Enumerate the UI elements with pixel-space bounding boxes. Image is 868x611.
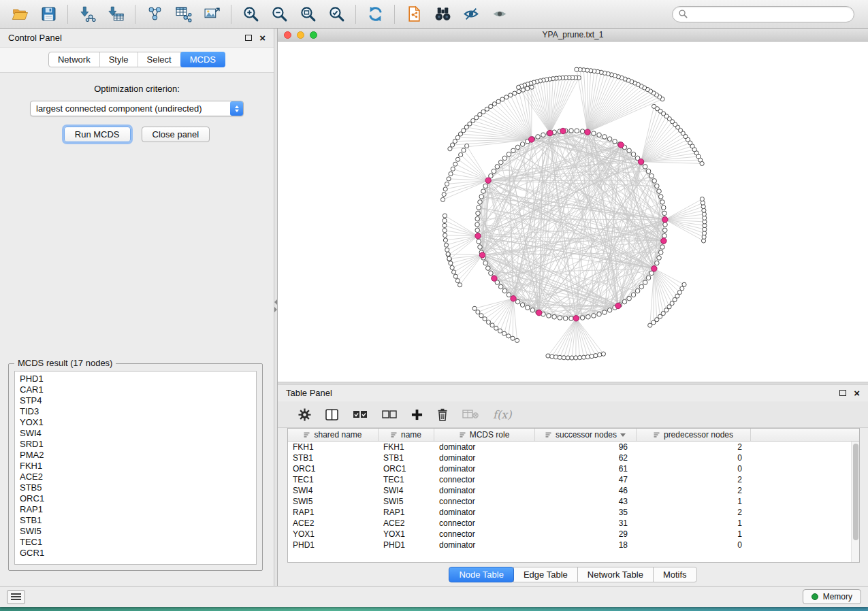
open-session-button[interactable] bbox=[5, 3, 34, 26]
zoom-in-button[interactable] bbox=[236, 3, 265, 26]
import-table-button[interactable] bbox=[101, 3, 130, 26]
float-panel-icon[interactable] bbox=[245, 35, 252, 41]
table-toolbar: f(x) bbox=[278, 401, 868, 428]
tab-edge-table[interactable]: Edge Table bbox=[513, 567, 578, 582]
delete-column-button[interactable] bbox=[437, 408, 448, 421]
close-panel-icon[interactable]: × bbox=[259, 33, 266, 43]
toolbar-separator bbox=[135, 5, 135, 24]
maximize-window-icon[interactable] bbox=[310, 31, 317, 39]
minimize-window-icon[interactable] bbox=[297, 31, 304, 39]
cell-successor: 35 bbox=[535, 508, 637, 517]
zoom-fit-button[interactable] bbox=[293, 3, 322, 26]
show-columns-button[interactable] bbox=[325, 409, 338, 420]
column-header-name[interactable]: name bbox=[379, 429, 434, 441]
cell-mcds_role: dominator bbox=[434, 464, 535, 474]
cell-predecessor: 0 bbox=[637, 540, 751, 550]
table-delete-icon bbox=[462, 409, 479, 420]
mcds-result-item[interactable]: SWI4 bbox=[15, 428, 256, 439]
table-row[interactable]: YOX1YOX1connector291 bbox=[288, 529, 859, 540]
cell-shared_name: ORC1 bbox=[288, 464, 379, 474]
mcds-result-item[interactable]: TEC1 bbox=[15, 537, 256, 548]
refresh-button[interactable] bbox=[361, 3, 389, 26]
zoom-out-button[interactable] bbox=[265, 3, 293, 26]
tab-select[interactable]: Select bbox=[138, 52, 181, 67]
network-from-selection-button[interactable] bbox=[400, 3, 428, 26]
mcds-result-item[interactable]: TID3 bbox=[15, 406, 256, 417]
show-panels-button[interactable] bbox=[485, 3, 514, 26]
function-builder-button[interactable]: f(x) bbox=[493, 408, 511, 421]
table-row[interactable]: FKH1FKH1dominator962 bbox=[288, 442, 859, 452]
cell-shared_name: RAP1 bbox=[288, 508, 379, 517]
zoom-selected-button[interactable] bbox=[322, 3, 351, 26]
tab-node-table[interactable]: Node Table bbox=[449, 567, 514, 582]
cell-predecessor: 2 bbox=[637, 442, 751, 452]
run-mcds-button[interactable]: Run MCDS bbox=[64, 127, 131, 142]
new-network-button[interactable] bbox=[140, 3, 169, 26]
import-network-button[interactable] bbox=[73, 3, 101, 26]
column-menu-chevron-icon[interactable] bbox=[620, 433, 626, 437]
close-window-icon[interactable] bbox=[284, 31, 291, 39]
panel-menu-button[interactable] bbox=[7, 590, 25, 604]
mcds-result-item[interactable]: CAR1 bbox=[15, 384, 256, 395]
tab-motifs[interactable]: Motifs bbox=[653, 567, 697, 582]
mcds-result-item[interactable]: PMA2 bbox=[15, 450, 256, 461]
mcds-result-item[interactable]: STB5 bbox=[15, 482, 256, 493]
add-column-button[interactable] bbox=[411, 409, 423, 420]
tab-mcds[interactable]: MCDS bbox=[180, 52, 225, 67]
delete-table-button-disabled[interactable] bbox=[462, 409, 479, 420]
window-traffic-lights bbox=[284, 31, 317, 39]
mcds-result-item[interactable]: STP4 bbox=[15, 395, 256, 406]
mcds-result-item[interactable]: RAP1 bbox=[15, 504, 256, 515]
close-table-panel-icon[interactable]: × bbox=[854, 388, 860, 398]
float-table-panel-icon[interactable] bbox=[839, 390, 846, 396]
cell-successor: 46 bbox=[535, 486, 637, 495]
global-search-box[interactable] bbox=[672, 6, 854, 22]
cell-name: RAP1 bbox=[379, 508, 434, 517]
table-row[interactable]: RAP1RAP1dominator352 bbox=[288, 507, 859, 518]
network-svg[interactable] bbox=[278, 42, 868, 381]
search-input[interactable] bbox=[692, 10, 848, 19]
table-scrollbar[interactable] bbox=[851, 442, 859, 562]
mcds-result-item[interactable]: PHD1 bbox=[15, 374, 256, 384]
mcds-result-list[interactable]: PHD1CAR1STP4TID3YOX1SWI4SRD1PMA2FKH1ACE2… bbox=[14, 371, 257, 565]
mcds-result-item[interactable]: SWI5 bbox=[15, 526, 256, 537]
table-row[interactable]: SWI5SWI5connector431 bbox=[288, 496, 859, 507]
table-row[interactable]: STB1STB1dominator620 bbox=[288, 452, 859, 463]
table-settings-button[interactable] bbox=[298, 408, 311, 421]
mcds-result-item[interactable]: ORC1 bbox=[15, 493, 256, 504]
deselect-all-rows-button[interactable] bbox=[382, 410, 397, 418]
sort-icon bbox=[304, 431, 310, 438]
search-network-button[interactable] bbox=[428, 3, 457, 26]
table-row[interactable]: SWI4SWI4dominator462 bbox=[288, 485, 859, 496]
column-header-shared-name[interactable]: shared name bbox=[288, 429, 379, 441]
mcds-result-item[interactable]: FKH1 bbox=[15, 461, 256, 472]
column-header-predecessor-nodes[interactable]: predecessor nodes bbox=[637, 429, 751, 441]
export-image-button[interactable] bbox=[197, 3, 226, 26]
document-network-icon bbox=[406, 5, 422, 22]
column-header-successor-nodes[interactable]: successor nodes bbox=[535, 429, 637, 441]
mcds-result-item[interactable]: ACE2 bbox=[15, 472, 256, 482]
table-row[interactable]: ACE2ACE2connector311 bbox=[288, 518, 859, 529]
tab-network[interactable]: Network bbox=[49, 52, 100, 67]
table-row[interactable]: ORC1ORC1dominator610 bbox=[288, 463, 859, 474]
network-canvas[interactable] bbox=[278, 42, 868, 382]
splitter-collapse-handles[interactable] bbox=[274, 299, 277, 312]
table-row[interactable]: TEC1TEC1connector472 bbox=[288, 474, 859, 485]
network-nodes-icon bbox=[147, 6, 163, 22]
table-scrollbar-thumb[interactable] bbox=[853, 444, 858, 540]
tab-style[interactable]: Style bbox=[100, 52, 138, 67]
mcds-result-item[interactable]: GCR1 bbox=[15, 548, 256, 559]
memory-button[interactable]: Memory bbox=[803, 589, 861, 604]
optimization-criterion-dropdown[interactable]: largest connected component (undirected) bbox=[30, 101, 244, 116]
select-all-rows-button[interactable] bbox=[353, 410, 368, 418]
mcds-result-item[interactable]: SRD1 bbox=[15, 439, 256, 450]
save-session-button[interactable] bbox=[34, 3, 63, 26]
table-row[interactable]: PHD1PHD1dominator180 bbox=[288, 540, 859, 550]
network-from-table-button[interactable] bbox=[169, 3, 197, 26]
column-header-mcds-role[interactable]: MCDS role bbox=[434, 429, 535, 441]
mcds-result-item[interactable]: STB1 bbox=[15, 515, 256, 526]
tab-network-table[interactable]: Network Table bbox=[577, 567, 654, 582]
mcds-result-item[interactable]: YOX1 bbox=[15, 417, 256, 428]
close-panel-button[interactable]: Close panel bbox=[142, 127, 210, 142]
hide-panels-button[interactable] bbox=[457, 3, 485, 26]
